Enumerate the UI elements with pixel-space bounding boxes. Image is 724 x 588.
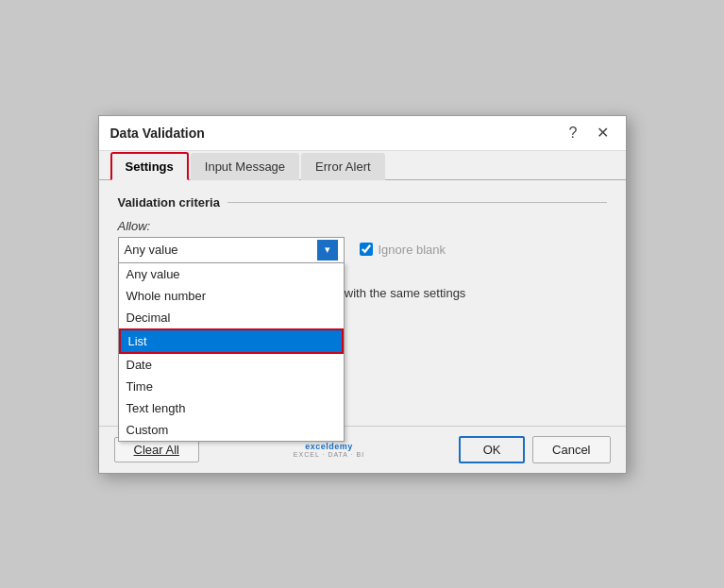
dropdown-item-whole-number[interactable]: Whole number <box>119 285 344 307</box>
tab-error-alert[interactable]: Error Alert <box>301 153 385 180</box>
ignore-blank-area: Ignore blank <box>360 243 446 257</box>
dropdown-item-custom[interactable]: Custom <box>119 419 344 441</box>
ok-button[interactable]: OK <box>459 436 525 463</box>
dropdown-item-text-length[interactable]: Text length <box>119 397 344 419</box>
title-icons: ? ✕ <box>564 124 615 150</box>
dropdown-item-date[interactable]: Date <box>119 354 344 376</box>
ignore-blank-checkbox[interactable] <box>360 243 373 256</box>
dropdown-item-time[interactable]: Time <box>119 376 344 397</box>
footer-right: OK Cancel <box>459 436 610 463</box>
allow-dropdown-container: Any value ▾ Any value Whole number Decim… <box>118 237 345 263</box>
allow-row: Any value ▾ Any value Whole number Decim… <box>118 237 607 263</box>
tabs-container: Settings Input Message Error Alert <box>99 151 626 180</box>
footer-logo-main: exceldemy <box>305 442 353 451</box>
dropdown-selected-value: Any value <box>125 243 178 257</box>
allow-label: Allow: <box>118 219 607 233</box>
dropdown-item-any-value[interactable]: Any value <box>119 263 344 285</box>
dialog-body: Validation criteria Allow: Any value ▾ A… <box>99 180 626 426</box>
title-bar: Data Validation ? ✕ <box>99 116 626 151</box>
dropdown-list: Any value Whole number Decimal List Date… <box>118 262 345 442</box>
title-bar-left: Data Validation <box>110 126 205 148</box>
footer-logo: exceldemy EXCEL · DATA · BI <box>294 442 364 458</box>
dropdown-arrow-icon: ▾ <box>317 240 338 260</box>
allow-dropdown[interactable]: Any value ▾ <box>118 237 345 263</box>
close-button[interactable]: ✕ <box>591 124 615 143</box>
dialog-title: Data Validation <box>110 126 205 148</box>
dropdown-item-decimal[interactable]: Decimal <box>119 307 344 328</box>
section-title: Validation criteria <box>118 195 607 210</box>
data-validation-dialog: Data Validation ? ✕ Settings Input Messa… <box>98 115 627 474</box>
dropdown-item-list[interactable]: List <box>119 328 344 354</box>
cancel-button[interactable]: Cancel <box>532 436 610 463</box>
tab-settings[interactable]: Settings <box>110 152 189 180</box>
footer-logo-sub: EXCEL · DATA · BI <box>294 451 364 458</box>
ignore-blank-label: Ignore blank <box>379 243 446 257</box>
tab-input-message[interactable]: Input Message <box>191 153 299 180</box>
help-button[interactable]: ? <box>564 124 583 143</box>
